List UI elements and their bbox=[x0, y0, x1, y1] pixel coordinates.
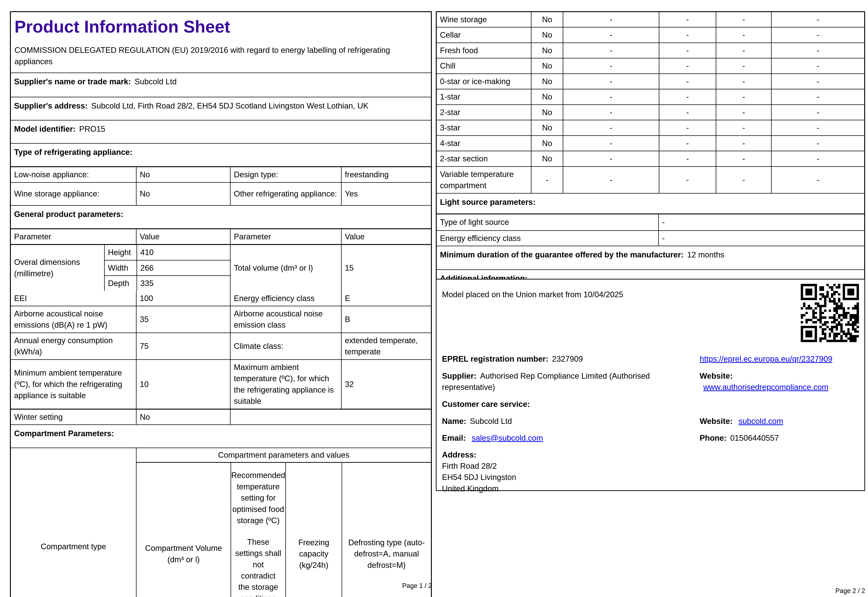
supplier-row: Supplier:Authorised Rep Compliance Limit… bbox=[442, 370, 693, 393]
param-value: extended temperate, temperate bbox=[341, 333, 431, 359]
compartment-label: 2-star bbox=[437, 105, 531, 120]
dimension-value: 410 bbox=[136, 245, 230, 260]
compartment-header-row: Compartment type Compartment parameters … bbox=[11, 448, 431, 597]
compartment-row: 2-starNo---- bbox=[437, 104, 864, 120]
total-volume-value: 15 bbox=[341, 245, 431, 291]
guarantee-value: 12 months bbox=[687, 250, 724, 259]
compartment-value: - bbox=[771, 151, 864, 166]
param-row: Annual energy consumption (kWh/a)75Clima… bbox=[11, 333, 431, 359]
compartment-value: - bbox=[771, 43, 864, 58]
market-text: Model placed on the Union market from 10… bbox=[442, 289, 623, 300]
compartment-row: 4-starNo---- bbox=[437, 135, 864, 151]
dimension-row: Height410 bbox=[105, 245, 230, 260]
compartment-value: - bbox=[659, 28, 716, 42]
website1-row: Website: www.authorisedrepcompliance.com bbox=[700, 370, 859, 393]
compartment-params-header: Compartment parameters and values Compar… bbox=[136, 448, 431, 597]
compartment-type-header: Compartment type bbox=[11, 448, 136, 597]
general-heading-row: General product parameters: bbox=[11, 205, 431, 228]
dimension-value: 266 bbox=[136, 260, 230, 275]
dimension-row: Depth335 bbox=[105, 275, 230, 291]
address-lines: Firth Road 28/2EH54 5DJ LivingstonUnited… bbox=[442, 460, 693, 494]
website2-link[interactable]: subcold.com bbox=[739, 417, 783, 426]
param-header-row: Parameter Value Parameter Value bbox=[11, 228, 431, 244]
compartment-row: 1-starNo---- bbox=[437, 89, 864, 104]
dimension-label: Width bbox=[105, 260, 136, 275]
dimensions-stack: Height410Width266Depth335 bbox=[104, 245, 230, 291]
param-value: 10 bbox=[136, 360, 230, 409]
design-type-value: freestanding bbox=[341, 167, 431, 182]
compartment-present: No bbox=[531, 105, 563, 120]
compartment-value: - bbox=[771, 105, 864, 120]
compartment-row: Fresh foodNo---- bbox=[437, 43, 864, 58]
low-noise-row: Low-noise appliance: No Design type: fre… bbox=[11, 166, 431, 182]
group-header: Compartment parameters and values bbox=[136, 448, 431, 463]
dimension-label: Depth bbox=[105, 276, 136, 291]
compartment-value: - bbox=[563, 120, 659, 135]
address-line: EH54 5DJ Livingston bbox=[442, 472, 693, 483]
product-information-sheet: Product Information Sheet COMMISSION DEL… bbox=[0, 0, 868, 597]
compartment-value: - bbox=[659, 89, 716, 104]
title-block: Product Information Sheet COMMISSION DEL… bbox=[11, 12, 431, 73]
other-appliance-label: Other refrigerating appliance: bbox=[230, 183, 341, 205]
winter-setting-row: Winter setting No bbox=[11, 409, 431, 425]
compartment-value: - bbox=[771, 28, 864, 42]
light-heading-row: Light source parameters: bbox=[437, 193, 864, 214]
compartment-value: - bbox=[659, 105, 716, 120]
param-value: 75 bbox=[136, 333, 230, 359]
compartment-value: - bbox=[716, 74, 771, 89]
compartment-label: Variable temperature compartment bbox=[437, 167, 531, 193]
value-header: Value bbox=[136, 229, 230, 244]
address-line: United Kingdom bbox=[442, 483, 693, 494]
address-line: Firth Road 28/2 bbox=[442, 460, 693, 472]
compartment-row: Wine storageNo---- bbox=[437, 12, 864, 27]
param-value: 32 bbox=[341, 360, 431, 409]
compartment-present: No bbox=[531, 120, 563, 135]
general-heading: General product parameters: bbox=[14, 210, 123, 218]
compartment-label: 1-star bbox=[437, 89, 531, 104]
supplier-address-row: Supplier's address:Subcold Ltd, Firth Ro… bbox=[11, 97, 431, 120]
light-source-type-value: - bbox=[658, 214, 864, 230]
supplier-name-row: Supplier's name or trade mark:Subcold Lt… bbox=[11, 73, 431, 97]
compartment-label: 4-star bbox=[437, 136, 531, 151]
model-identifier-row: Model identifier:PRO15 bbox=[11, 120, 431, 143]
light-heading: Light source parameters: bbox=[440, 198, 535, 206]
email-link[interactable]: sales@subcold.com bbox=[472, 434, 543, 442]
wine-storage-label: Wine storage appliance: bbox=[11, 183, 136, 205]
param-label: Maximum ambient temperature (ºC), for wh… bbox=[230, 360, 341, 409]
eprel-link[interactable]: https://eprel.ec.europa.eu/qr/2327909 bbox=[700, 354, 832, 363]
phone-value: 01506440557 bbox=[730, 434, 779, 442]
compartment-present: No bbox=[531, 89, 563, 104]
param-row: EEI100Energy efficiency classE bbox=[11, 291, 431, 306]
dimensions-label: Overal dimensions (millimetre) bbox=[11, 245, 104, 291]
care-heading-label: Customer care service: bbox=[442, 399, 530, 408]
value-header: Value bbox=[341, 229, 431, 244]
page2-footer: Page 2 / 2 bbox=[436, 586, 865, 596]
param-row: Airborne acoustical noise emissions (dB(… bbox=[11, 306, 431, 333]
email-row: Email: sales@subcold.com bbox=[442, 432, 693, 444]
website2-row: Website: subcold.com bbox=[700, 416, 859, 427]
compartment-value: - bbox=[563, 105, 659, 120]
compartment-present: No bbox=[531, 136, 563, 151]
light-energy-class-value: - bbox=[658, 231, 864, 246]
compartment-present: - bbox=[531, 167, 563, 193]
dimensions-row: Overal dimensions (millimetre) Height410… bbox=[11, 244, 431, 291]
care-name-label: Name: bbox=[442, 417, 467, 426]
low-noise-label: Low-noise appliance: bbox=[11, 167, 136, 182]
winter-setting-value: No bbox=[136, 410, 230, 425]
param-label: Minimum ambient temperature (ºC), for wh… bbox=[11, 360, 136, 409]
compartment-label: 0-star or ice-making bbox=[437, 74, 531, 89]
empty-cell bbox=[230, 410, 431, 425]
compartment-value: - bbox=[716, 12, 771, 27]
compartment-present: No bbox=[531, 28, 563, 42]
compartment-value: - bbox=[659, 151, 716, 166]
compartment-value: - bbox=[771, 74, 864, 89]
compartment-label: Chill bbox=[437, 58, 531, 73]
compartment-heading: Compartment Parameters: bbox=[14, 429, 114, 438]
param-label: Annual energy consumption (kWh/a) bbox=[11, 333, 136, 359]
website1-link[interactable]: www.authorisedrepcompliance.com bbox=[703, 383, 828, 392]
phone-row: Phone:01506440557 bbox=[700, 432, 859, 444]
website1-label: Website: bbox=[700, 371, 733, 380]
light-source-type-row: Type of light source - bbox=[437, 214, 864, 230]
compartment-present: No bbox=[531, 43, 563, 58]
compartment-value: - bbox=[716, 43, 771, 58]
